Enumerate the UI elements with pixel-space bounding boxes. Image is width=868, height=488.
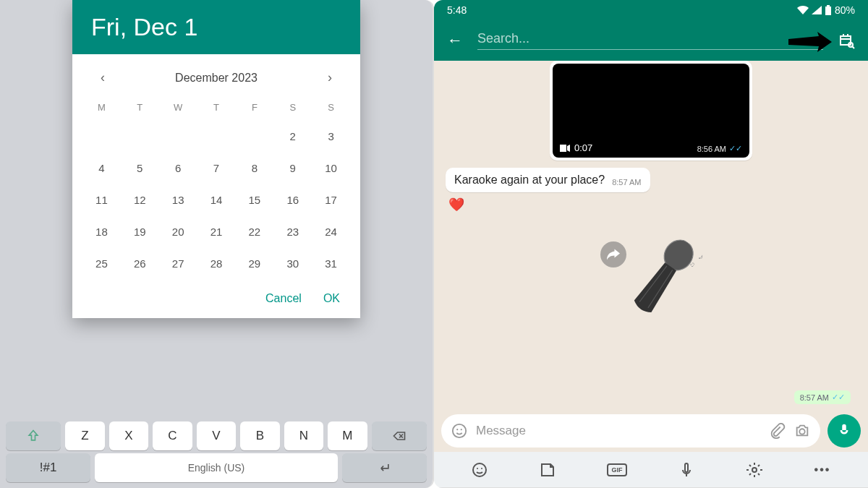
calendar-day[interactable]: 11 [82, 184, 121, 215]
battery-icon [825, 5, 832, 15]
message-input[interactable]: Message [476, 424, 761, 438]
date-picker-dialog: Fri, Dec 1 ‹ December 2023 › MTWTFSS 123… [72, 0, 360, 318]
calendar-day[interactable]: 24 [312, 215, 350, 247]
calendar-day[interactable]: 26 [121, 247, 159, 279]
reaction-heart[interactable]: ❤️ [448, 197, 856, 213]
more-tab-icon[interactable]: ••• [814, 461, 831, 479]
calendar-day[interactable]: 8 [235, 152, 273, 184]
calendar-day[interactable]: 2 [273, 120, 312, 152]
dow-label: S [273, 94, 312, 120]
calendar-day [121, 120, 159, 152]
status-bar: 5:48 80% [434, 0, 868, 20]
key-b[interactable]: B [240, 421, 279, 450]
message-input-bar: Message [434, 410, 868, 452]
next-month-button[interactable]: › [321, 70, 339, 85]
calendar-day[interactable]: 31 [312, 247, 350, 279]
calendar-day[interactable]: 12 [121, 184, 159, 215]
svg-point-7 [453, 424, 466, 437]
calendar-day[interactable]: 10 [312, 152, 350, 184]
calendar-grid: MTWTFSS 12345678910111213141516171819202… [72, 94, 360, 283]
calendar-day[interactable]: 30 [273, 247, 312, 279]
video-timestamp: 8:56 AM [697, 145, 726, 153]
cancel-button[interactable]: Cancel [265, 292, 302, 305]
camera-icon[interactable] [794, 423, 810, 439]
backspace-key[interactable] [372, 421, 427, 450]
voice-tab-icon[interactable] [678, 461, 695, 479]
calendar-search-icon[interactable] [838, 32, 855, 49]
svg-point-13 [481, 468, 482, 469]
svg-point-9 [461, 429, 462, 430]
voice-message-button[interactable] [827, 414, 861, 448]
sticker-message[interactable]: ♪♫ [446, 234, 856, 324]
dow-label: S [312, 94, 350, 120]
calendar-day[interactable]: 27 [159, 247, 197, 279]
sticker-tab-icon[interactable] [539, 461, 556, 479]
calendar-day[interactable]: 15 [235, 184, 273, 215]
calendar-day[interactable]: 9 [273, 152, 312, 184]
calendar-day[interactable]: 20 [159, 215, 197, 247]
calendar-day[interactable]: 18 [82, 215, 121, 247]
svg-rect-14 [685, 463, 688, 472]
calendar-day[interactable]: 17 [312, 184, 350, 215]
chat-search-header: ← [434, 20, 868, 61]
calendar-day[interactable]: 6 [159, 152, 197, 184]
date-picker-header: Fri, Dec 1 [72, 0, 360, 54]
key-v[interactable]: V [197, 421, 236, 450]
prev-month-button[interactable]: ‹ [94, 70, 111, 85]
key-z[interactable]: Z [65, 421, 104, 450]
emoji-tab-icon[interactable] [471, 461, 488, 479]
calendar-day[interactable]: 23 [273, 215, 312, 247]
video-message[interactable]: 0:07 8:56 AM✓✓ [550, 61, 752, 160]
svg-point-15 [752, 468, 757, 472]
calendar-day[interactable]: 3 [312, 120, 350, 152]
calendar-day[interactable]: 4 [82, 152, 121, 184]
calendar-day[interactable]: 21 [197, 215, 236, 247]
month-year-label[interactable]: December 2023 [175, 72, 258, 85]
battery-percent: 80% [835, 4, 855, 16]
video-duration: 0:07 [574, 142, 592, 153]
dow-label: T [121, 94, 159, 120]
calendar-day[interactable]: 28 [197, 247, 236, 279]
keyboard-toolbar: GIF ••• [434, 452, 868, 488]
gif-tab-icon[interactable]: GIF [607, 463, 627, 476]
calendar-day[interactable]: 25 [82, 247, 121, 279]
settings-tab-icon[interactable] [746, 461, 763, 479]
enter-key[interactable] [342, 453, 427, 482]
microphone-sticker: ♪♫ [610, 223, 715, 334]
calendar-day[interactable]: 5 [121, 152, 159, 184]
attach-icon[interactable] [770, 423, 786, 439]
symbols-key[interactable]: !#1 [6, 453, 90, 482]
shift-key[interactable] [6, 421, 61, 450]
signal-icon [812, 6, 822, 14]
key-n[interactable]: N [284, 421, 323, 450]
calendar-day [159, 120, 197, 152]
calendar-day[interactable]: 22 [235, 215, 273, 247]
calendar-day[interactable]: 7 [197, 152, 236, 184]
dow-label: M [82, 94, 121, 120]
ok-button[interactable]: OK [323, 292, 340, 305]
calendar-day[interactable]: 1 [235, 120, 273, 152]
chat-body: 0:07 8:56 AM✓✓ Karaoke again at your pla… [434, 61, 868, 410]
calendar-day[interactable]: 14 [197, 184, 236, 215]
calendar-day[interactable]: 29 [235, 247, 273, 279]
incoming-message[interactable]: Karaoke again at your place? 8:57 AM [446, 168, 650, 192]
svg-point-11 [473, 463, 486, 476]
svg-rect-0 [825, 7, 831, 15]
key-x[interactable]: X [109, 421, 148, 450]
calendar-day[interactable]: 13 [159, 184, 197, 215]
calendar-day [82, 120, 121, 152]
svg-point-12 [477, 468, 478, 469]
forward-icon[interactable] [600, 241, 626, 267]
read-ticks-icon: ✓✓ [832, 393, 845, 402]
key-m[interactable]: M [328, 421, 367, 450]
message-timestamp: 8:57 AM [612, 178, 641, 187]
dow-label: F [235, 94, 273, 120]
calendar-day[interactable]: 16 [273, 184, 312, 215]
emoji-icon[interactable] [451, 423, 467, 439]
back-button[interactable]: ← [447, 31, 463, 50]
calendar-day[interactable]: 19 [121, 215, 159, 247]
space-key[interactable]: English (US) [95, 453, 337, 482]
dow-label: W [159, 94, 197, 120]
key-c[interactable]: C [153, 421, 192, 450]
search-input[interactable] [477, 31, 823, 46]
